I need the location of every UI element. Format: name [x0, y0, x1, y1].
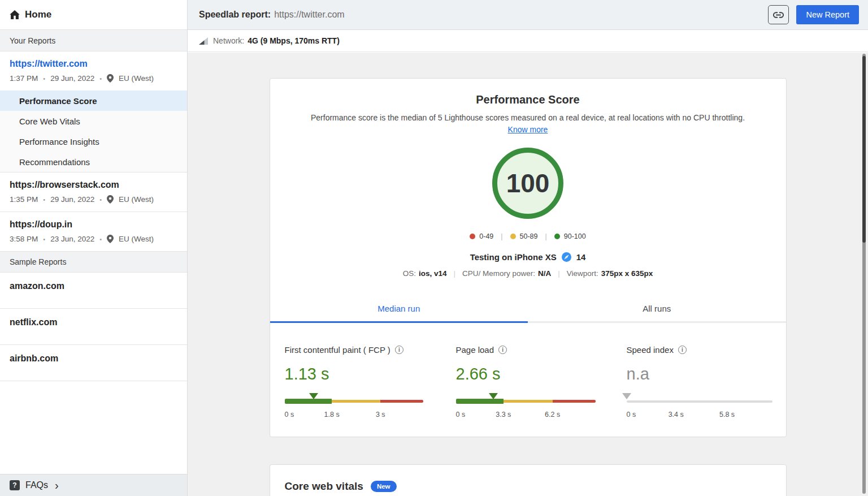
- sample-report-airbnb[interactable]: airbnb.com: [0, 345, 187, 381]
- your-reports-label: Your Reports: [10, 36, 55, 45]
- report-url[interactable]: https://doup.in: [10, 219, 177, 230]
- red-dot-icon: [470, 234, 475, 239]
- value-marker-icon: [309, 393, 318, 399]
- subnav-label: Performance Score: [19, 96, 97, 106]
- scale-track: [627, 400, 772, 403]
- report-title-label: Speedlab report:: [199, 10, 271, 20]
- metric-scale-bar: [456, 398, 596, 405]
- metric-label: Speed index: [627, 345, 674, 355]
- map-pin-icon: [107, 235, 114, 243]
- scale-segment-good: [456, 399, 504, 404]
- report-subnav: Performance Score Core Web Vitals Perfor…: [0, 90, 187, 172]
- new-report-button[interactable]: New Report: [796, 5, 859, 24]
- core-web-vitals-card: Core web vitals New: [270, 464, 787, 496]
- legend-item-yellow: 50-89: [510, 232, 538, 240]
- network-value: 4G (9 Mbps, 170ms RTT): [248, 36, 340, 45]
- tab-all-runs[interactable]: All runs: [528, 304, 786, 323]
- cwv-heading-row: Core web vitals New: [285, 480, 771, 493]
- spec-viewport: Viewport:375px x 635px: [567, 269, 653, 278]
- home-button[interactable]: Home: [0, 0, 187, 30]
- metric-speed-index: Speed index i n.a 0 s 3.4 s 5.8 s: [627, 345, 772, 419]
- report-date: 29 Jun, 2022: [50, 74, 94, 83]
- device-line: Testing on iPhone XS 14: [270, 252, 786, 262]
- info-icon[interactable]: i: [678, 346, 687, 354]
- tab-median-run[interactable]: Median run: [270, 304, 528, 323]
- tick-label: 0 s: [285, 411, 294, 419]
- sample-report-label: airbnb.com: [10, 353, 58, 363]
- info-icon[interactable]: i: [395, 346, 403, 354]
- yellow-dot-icon: [510, 234, 516, 239]
- subnav-performance-insights[interactable]: Performance Insights: [0, 131, 187, 152]
- dot-separator: •: [99, 196, 102, 203]
- spec-cpu: CPU/ Memory power:N/A: [462, 269, 551, 278]
- tick-label: 0 s: [456, 411, 466, 419]
- subnav-label: Core Web Vitals: [19, 117, 80, 126]
- device-name: Testing on iPhone XS: [470, 252, 557, 262]
- report-url[interactable]: https://browserstack.com: [10, 180, 177, 190]
- metric-scale-bar: [285, 398, 424, 405]
- tick-label: 3.4 s: [669, 411, 684, 419]
- report-meta: 1:37 PM • 29 Jun, 2022 • EU (West): [10, 74, 177, 83]
- sample-report-netflix[interactable]: netflix.com: [0, 309, 187, 345]
- report-item-doup[interactable]: https://doup.in 3:58 PM • 23 Jun, 2022 •…: [0, 212, 187, 252]
- value-marker-icon: [489, 393, 498, 399]
- report-date: 23 Jun, 2022: [50, 235, 94, 243]
- sample-report-amazon[interactable]: amazon.com: [0, 273, 187, 309]
- scrollbar-thumb[interactable]: [862, 56, 866, 243]
- spec-value: 375px x 635px: [601, 269, 653, 278]
- report-content: Performance Score Performance score is t…: [188, 53, 868, 496]
- report-item-browserstack[interactable]: https://browserstack.com 1:35 PM • 29 Ju…: [0, 172, 187, 212]
- scale-segment-medium: [332, 400, 380, 403]
- report-meta: 3:58 PM • 23 Jun, 2022 • EU (West): [10, 235, 177, 243]
- legend-item-green: 90-100: [554, 232, 586, 240]
- home-icon: [10, 10, 20, 19]
- new-badge: New: [371, 481, 397, 492]
- legend-separator: |: [501, 232, 502, 240]
- metric-label-row: First contentful paint ( FCP ) i: [285, 345, 424, 355]
- spec-os: OS:ios, v14: [403, 269, 447, 278]
- sample-reports-header: Sample Reports: [0, 252, 187, 273]
- your-reports-header: Your Reports: [0, 30, 187, 51]
- subnav-recommendations[interactable]: Recommendations: [0, 152, 187, 172]
- info-icon[interactable]: i: [498, 346, 507, 354]
- spec-label: Viewport:: [567, 269, 598, 278]
- scale-segment-good: [285, 399, 332, 404]
- scale-ticks: 0 s 1.8 s 3 s: [285, 411, 424, 419]
- faqs-button[interactable]: ? FAQs ›: [0, 474, 187, 496]
- metric-value: 1.13 s: [285, 365, 424, 383]
- metric-scale-bar: [627, 398, 772, 405]
- know-more-link[interactable]: Know more: [508, 125, 548, 134]
- scale-ticks: 0 s 3.3 s 6.2 s: [456, 411, 596, 419]
- network-label: Network:: [213, 36, 244, 45]
- spec-label: CPU/ Memory power:: [462, 269, 535, 278]
- network-signal-icon: [199, 37, 208, 45]
- map-pin-icon: [107, 195, 114, 204]
- subnav-performance-score[interactable]: Performance Score: [0, 90, 187, 111]
- subnav-label: Performance Insights: [19, 137, 99, 146]
- topbar-actions: New Report: [768, 5, 859, 24]
- tick-label: 1.8 s: [324, 411, 340, 419]
- report-url[interactable]: https://twitter.com: [10, 59, 177, 69]
- metric-label: Page load: [456, 345, 494, 355]
- main-panel: Speedlab report: https://twitter.com New…: [188, 0, 868, 496]
- subnav-core-web-vitals[interactable]: Core Web Vitals: [0, 111, 187, 131]
- tick-label: 6.2 s: [545, 411, 560, 419]
- dot-separator: •: [43, 75, 45, 82]
- metrics-row: First contentful paint ( FCP ) i 1.13 s …: [270, 345, 786, 419]
- legend-label: 50-89: [520, 232, 538, 240]
- report-meta: 1:35 PM • 29 Jun, 2022 • EU (West): [10, 195, 177, 204]
- sample-report-label: netflix.com: [10, 317, 57, 327]
- report-location: EU (West): [119, 195, 154, 204]
- spec-value: N/A: [538, 269, 551, 278]
- performance-score-value: 100: [506, 168, 550, 199]
- dot-separator: •: [43, 236, 45, 243]
- tick-label: 0 s: [627, 411, 636, 419]
- home-label: Home: [25, 9, 51, 20]
- report-location: EU (West): [119, 74, 154, 83]
- scale-segment-poor: [553, 400, 596, 403]
- score-legend: 0-49 | 50-89 | 90-100: [270, 232, 786, 240]
- spec-separator: |: [558, 269, 560, 278]
- copy-link-button[interactable]: [768, 5, 789, 24]
- spec-separator: |: [453, 269, 455, 278]
- report-item-twitter[interactable]: https://twitter.com 1:37 PM • 29 Jun, 20…: [0, 51, 187, 90]
